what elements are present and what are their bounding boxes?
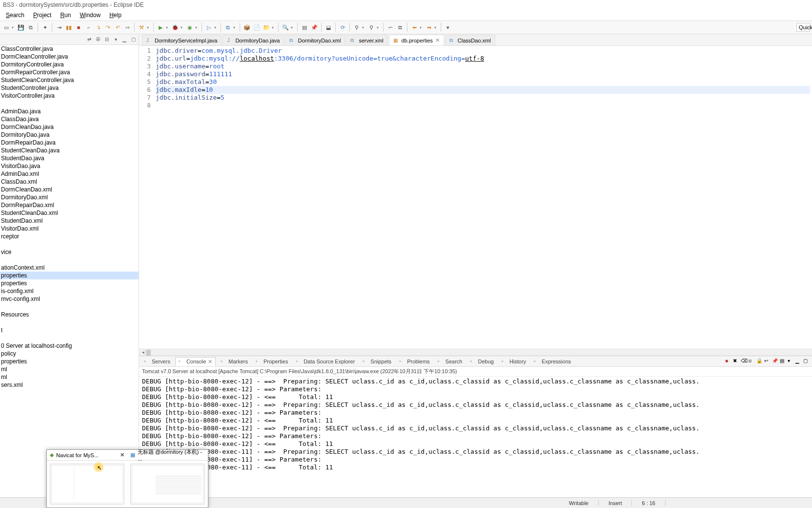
tree-item[interactable]: VisitorController.java — [0, 92, 139, 100]
tree-item[interactable] — [0, 303, 139, 311]
scroll-thumb[interactable] — [146, 350, 151, 356]
tree-item[interactable]: StudentController.java — [0, 84, 139, 92]
tree-item[interactable]: DormRepairController.java — [0, 68, 139, 76]
editor-tab[interactable]: JDormitoryServiceImpl.java — [142, 35, 222, 45]
bottom-tab-markers[interactable]: ▫Markers — [218, 358, 251, 365]
tree-item[interactable]: ationContext.xml — [0, 264, 139, 272]
tree-item[interactable]: rceptor — [0, 233, 139, 240]
run-last-icon[interactable]: ▷ — [204, 23, 213, 32]
tree-item[interactable]: policy — [0, 350, 139, 358]
new-package-icon[interactable]: 📦 — [243, 23, 251, 32]
bottom-tab-search[interactable]: ▫Search — [435, 358, 466, 365]
bottom-tab-servers[interactable]: ▫Servers — [141, 358, 173, 365]
task-thumbnail-1[interactable] — [50, 464, 124, 505]
tree-item[interactable]: StudentDao.java — [0, 154, 139, 162]
clear-icon[interactable]: ⎚ — [749, 358, 755, 365]
menu-search[interactable]: Search — [2, 11, 28, 20]
tree-item[interactable]: DormitoryDao.xml — [0, 193, 139, 201]
tree-item[interactable]: DormCleanDao.java — [0, 123, 139, 131]
tree-item[interactable]: DormitoryController.java — [0, 61, 139, 68]
filter1-icon[interactable]: ⚲ — [352, 23, 361, 32]
tree-item[interactable]: properties — [0, 279, 139, 287]
back-icon[interactable]: ⬅ — [410, 23, 419, 32]
tree-item[interactable]: ml — [0, 365, 139, 373]
stop-icon[interactable]: ■ — [74, 23, 83, 32]
editor-tab[interactable]: ⧉server.xml — [346, 35, 387, 45]
wand-icon[interactable]: ✦ — [41, 23, 49, 32]
pin-icon[interactable]: 📌 — [310, 23, 319, 32]
bottom-tab-snippets[interactable]: ▫Snippets — [360, 358, 394, 365]
new-class-icon[interactable]: 📄 — [252, 23, 261, 32]
max2-icon[interactable]: ▢ — [803, 358, 810, 365]
tree-item[interactable]: properties — [0, 272, 139, 279]
tree-item[interactable]: sers.xml — [0, 381, 139, 389]
bottom-tab-properties[interactable]: ▫Properties — [253, 358, 291, 365]
editor-hscrollbar[interactable]: ◂ — [139, 349, 812, 356]
taskbar-preview[interactable]: ◆ Navicat for MyS... ✕ ▦ 无标题 @dormitory … — [46, 449, 208, 508]
console-output[interactable]: DEBUG [http-bio-8080-exec-12] - ==> Prep… — [139, 377, 812, 497]
build-icon[interactable]: ⚒ — [137, 23, 146, 32]
step-into-icon[interactable]: ↴ — [94, 23, 102, 32]
tree-item[interactable]: properties — [0, 358, 139, 365]
tree-item[interactable]: AdminDao.java — [0, 107, 139, 115]
tab-close-icon[interactable]: ✕ — [435, 37, 440, 43]
tree-item[interactable]: VisitorDao.java — [0, 162, 139, 170]
scroll-left-icon[interactable]: ◂ — [140, 350, 146, 356]
search-toolbar-icon[interactable]: 🔍 — [281, 23, 290, 32]
tree-item[interactable]: StudentCleanDao.xml — [0, 209, 139, 217]
terminate-icon[interactable]: ■ — [725, 358, 732, 365]
forward-icon[interactable]: ➡ — [425, 23, 433, 32]
new-icon[interactable]: ▭ — [2, 23, 11, 32]
code-content[interactable]: jdbc.driver=com.mysql.jdbc.Driverjdbc.ur… — [154, 46, 812, 349]
remove-launch-icon[interactable]: ✖ — [733, 358, 740, 365]
debug-icon[interactable]: 🐞 — [171, 23, 180, 32]
tree-item[interactable]: DormRepairDao.java — [0, 139, 139, 147]
link1-icon[interactable]: ⤺ — [386, 23, 395, 32]
layout-icon[interactable]: ⬓ — [324, 23, 333, 32]
collapse-icon[interactable]: ⊟ — [103, 36, 110, 43]
bottom-tab-history[interactable]: ▫History — [499, 358, 529, 365]
external-icon[interactable]: ⧉ — [223, 23, 232, 32]
task-title-1[interactable]: Navicat for MyS... — [56, 452, 99, 458]
tree-item[interactable]: StudentCleanDao.java — [0, 147, 139, 154]
menu-help[interactable]: Help — [105, 11, 125, 20]
tree-item[interactable] — [0, 100, 139, 107]
tree-item[interactable]: ml — [0, 373, 139, 381]
step-over-icon[interactable]: ↷ — [103, 23, 112, 32]
task-title-2[interactable]: 无标题 @dormitory (本机) - ... — [138, 448, 205, 462]
tree-item[interactable]: DormitoryDao.java — [0, 131, 139, 139]
max-icon[interactable]: ▢ — [130, 36, 137, 43]
pin2-icon[interactable]: 📌 — [772, 358, 779, 365]
tree-item[interactable]: DormCleanDao.xml — [0, 186, 139, 193]
refresh-icon[interactable]: ⟳ — [338, 23, 347, 32]
viewmenu-icon[interactable]: ▾ — [112, 36, 119, 43]
tree-item[interactable]: AdminDao.xml — [0, 170, 139, 178]
file-tree[interactable]: ClassController.javaDormCleanController.… — [0, 45, 139, 497]
tree-item[interactable]: ClassDao.xml — [0, 178, 139, 186]
filter2-icon[interactable]: ⚲ — [367, 23, 376, 32]
save-all-icon[interactable]: ⧉ — [26, 23, 35, 32]
min-icon[interactable]: ▁ — [121, 36, 128, 43]
editor-tab[interactable]: ⧉ClassDao.xml — [445, 35, 495, 45]
resume-icon[interactable]: ⇨ — [123, 23, 132, 32]
new-folder-icon[interactable]: 📁 — [262, 23, 271, 32]
tree-item[interactable]: vice — [0, 248, 139, 256]
bottom-tab-console[interactable]: ▫Console✕ — [175, 357, 216, 366]
editor-tab[interactable]: ▦db.properties✕ — [389, 35, 444, 45]
tree-item[interactable]: mvc-config.xml — [0, 295, 139, 303]
tree-item[interactable]: ClassController.java — [0, 45, 139, 53]
tree-item[interactable]: StudentCleanController.java — [0, 76, 139, 84]
tree-item[interactable]: 0 Server at localhost-config — [0, 342, 139, 350]
bottom-tab-problems[interactable]: ▫Problems — [396, 358, 432, 365]
step-return-icon[interactable]: ↶ — [113, 23, 122, 32]
tree-item[interactable]: is-config.xml — [0, 287, 139, 295]
remove-all-icon[interactable]: ⌫ — [741, 358, 748, 365]
link2-icon[interactable]: ⧉ — [396, 23, 405, 32]
open-console-icon[interactable]: ▾ — [788, 358, 794, 365]
disconnect-icon[interactable]: ⌿ — [84, 23, 93, 32]
tree-item[interactable]: Resources — [0, 311, 139, 318]
tree-item[interactable]: VisitorDao.xml — [0, 225, 139, 233]
task-close-icon[interactable]: ✕ — [120, 452, 124, 458]
wrap-icon[interactable]: ↩ — [764, 358, 771, 365]
recent-icon[interactable]: ▾ — [444, 23, 452, 32]
